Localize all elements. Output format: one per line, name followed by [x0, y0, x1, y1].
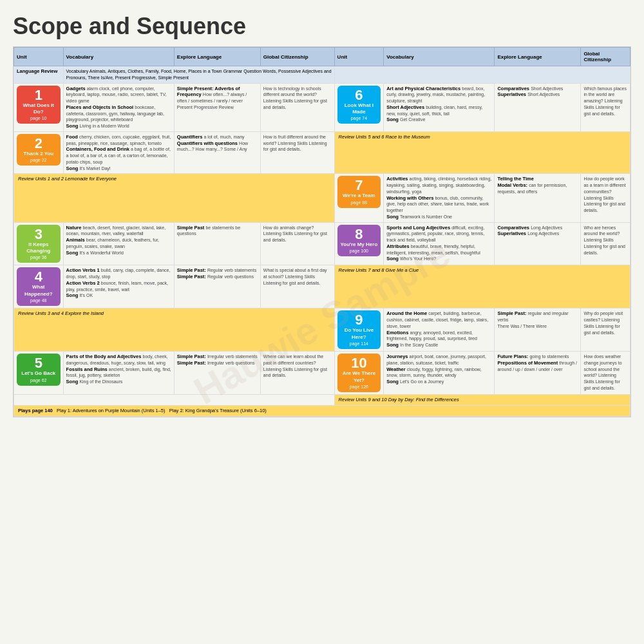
lang-review-right — [334, 66, 630, 84]
explore-left: Simple Past: Irregular verb statementsSi… — [174, 352, 260, 395]
lang-review-content: Vocabulary Animals, Antiques, Clothes, F… — [63, 66, 334, 84]
table-row: Review Units 3 and 4 Explore the Island … — [14, 308, 630, 352]
global-right: How does weather change journeys to scho… — [581, 352, 630, 395]
explore-left: Simple Past: Regular verb statementsSimp… — [174, 265, 260, 308]
table-row: Review Units 9 and 10 Day by Day: Find t… — [14, 395, 630, 406]
unit-cell-left: 1 What Does It Do? page 10 — [14, 83, 64, 131]
put-together-right: Review Units 7 and 8 Give Me a Clue — [334, 265, 630, 308]
vocab-right: Sports and Long Adjectives difficult, ex… — [384, 222, 495, 265]
table-row: 1 What Does It Do? page 10 Gadgets alarm… — [14, 83, 630, 131]
global-left: Where can we learn about the past in dif… — [260, 352, 334, 395]
explore-right: Telling the Time Modal Verbs: can for pe… — [495, 174, 581, 222]
global-right: Which famous places in the world are ama… — [581, 83, 630, 131]
put-together-right: Review Units 5 and 6 Race to the Museum — [334, 131, 630, 174]
explore-left: Simple Present: Adverbs of Frequency How… — [174, 83, 260, 131]
explore-left: Simple Past be statements be questions — [174, 222, 260, 265]
unit-cell-right: 8 You're My Hero page 100 — [334, 222, 384, 265]
global-right: How do people work as a team in differen… — [581, 174, 630, 222]
explore-left: Quantifiers a lot of, much, manyQuantifi… — [174, 131, 260, 174]
table-row: 2 Thank 2 You page 22 Food cherry, chick… — [14, 131, 630, 174]
vocab-left: Food cherry, chicken, corn, cupcake, egg… — [63, 131, 174, 174]
header-global-right: Global Citizenship — [581, 48, 630, 66]
header-vocab-right: Vocabulary — [384, 48, 495, 66]
header-explore-left: Explore Language — [174, 48, 260, 66]
explore-right: Future Plans: going to statementsPreposi… — [495, 352, 581, 395]
global-right: Why do people visit castles? Listening S… — [581, 308, 630, 352]
header-explore-right: Explore Language — [495, 48, 581, 66]
global-left: How do animals change? Listening Skills … — [260, 222, 334, 265]
table-row: 4 What Happened? page 48 Action Verbs 1 … — [14, 265, 630, 308]
unit-cell-left: 3 It Keeps Changing page 36 — [14, 222, 64, 265]
unit-cell-left: 2 Thank 2 You page 22 — [14, 131, 64, 174]
vocab-right: Art and Physical Characteristics beard, … — [384, 83, 495, 131]
unit-cell-right: 9 Do You Live Here? page 114 — [334, 308, 384, 352]
lang-review-label: Language Review — [14, 66, 64, 84]
vocab-left: Parts of the Body and Adjectives body, c… — [63, 352, 174, 395]
unit-cell-right: 7 We're a Team page 88 — [334, 174, 384, 222]
global-left: What is special about a first day at sch… — [260, 265, 334, 308]
table-row: Review Units 1 and 2 Lemonade for Everyo… — [14, 174, 630, 222]
put-together-left: Review Units 1 and 2 Lemonade for Everyo… — [14, 174, 335, 222]
global-right: Who are heroes around the world? Listeni… — [581, 222, 630, 265]
vocab-right: Activities acting, biking, climbing, hor… — [384, 174, 495, 222]
vocab-right: Journeys airport, boat, canoe, journey, … — [384, 352, 495, 395]
unit-cell-left: 4 What Happened? page 48 — [14, 265, 64, 308]
plays-row: Plays page 140 Play 1: Adventures on Pur… — [14, 405, 630, 416]
header-unit-right: Unit — [334, 48, 384, 66]
table-row: 3 It Keeps Changing page 36 Nature beach… — [14, 222, 630, 265]
header-vocab-left: Vocabulary — [63, 48, 174, 66]
global-left: How is technology in schools different a… — [260, 83, 334, 131]
vocab-right: Around the Home carpet, building, barbec… — [384, 308, 495, 352]
vocab-left: Gadgets alarm clock, cell phone, compute… — [63, 83, 174, 131]
scope-sequence-table: Unit Vocabulary Explore Language Global … — [13, 46, 631, 417]
vocab-left: Action Verbs 1 build, carry, clap, compl… — [63, 265, 174, 308]
explore-right: Simple Past: regular and irregular verbs… — [495, 308, 581, 352]
explore-right: Comparatives Short AdjectivesSuperlative… — [495, 83, 581, 131]
table-row: 5 Let's Go Back page 62 Parts of the Bod… — [14, 352, 630, 395]
header-unit-left: Unit — [14, 48, 64, 66]
unit-cell-right: 6 Look What I Made page 74 — [334, 83, 384, 131]
unit-cell-left: 5 Let's Go Back page 62 — [14, 352, 64, 395]
put-together-left: Review Units 3 and 4 Explore the Island — [14, 308, 335, 352]
header-global-left: Global Citizenship — [260, 48, 334, 66]
put-together-right: Review Units 9 and 10 Day by Day: Find t… — [334, 395, 630, 406]
vocab-left: Nature beach, desert, forest, glacier, i… — [63, 222, 174, 265]
unit-cell-right: 10 Are We There Yet? page 126 — [334, 352, 384, 395]
global-left: How is fruit different around the world?… — [260, 131, 334, 174]
explore-right: Comparatives Long AdjectivesSuperlatives… — [495, 222, 581, 265]
page-title: Scope and Sequence — [13, 13, 631, 40]
